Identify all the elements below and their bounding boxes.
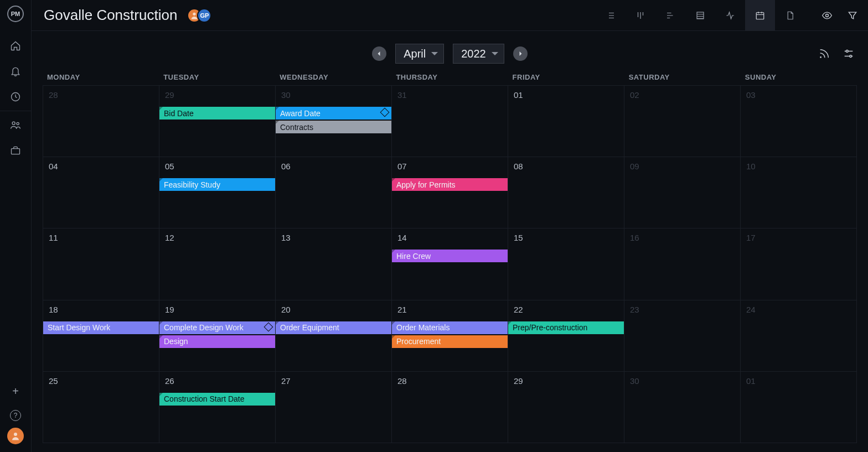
event-label: Apply for Permits: [396, 180, 456, 189]
calendar-cell[interactable]: 25: [43, 372, 159, 443]
avatar-stack[interactable]: GP: [187, 8, 211, 23]
day-number: 12: [165, 233, 174, 242]
calendar-event[interactable]: Prep/Pre-construction: [508, 321, 624, 334]
calendar-cell[interactable]: 29Bid Date: [159, 86, 276, 157]
calendar-cell[interactable]: 21Order MaterialsProcurement: [392, 300, 508, 372]
calendar-cell[interactable]: 14Hire Crew: [392, 228, 508, 300]
calendar-cell[interactable]: 04: [43, 157, 159, 228]
filter-icon[interactable]: [847, 10, 858, 21]
calendar-cell[interactable]: 30: [624, 372, 741, 443]
calendar-cell[interactable]: 22Prep/Pre-construction: [508, 300, 624, 372]
calendar-cell[interactable]: 03: [741, 86, 857, 157]
calendar-cell[interactable]: 15: [508, 228, 624, 300]
calendar-event[interactable]: Construction Start Date: [159, 393, 275, 406]
list-view-tab[interactable]: [596, 0, 626, 31]
help-icon[interactable]: ?: [10, 410, 21, 421]
calendar-cell[interactable]: 11: [43, 228, 159, 300]
briefcase-icon[interactable]: [4, 138, 27, 163]
board-view-tab[interactable]: [626, 0, 655, 31]
calendar-cell[interactable]: 24: [741, 300, 857, 372]
day-number: 20: [281, 305, 291, 314]
svg-rect-6: [697, 12, 704, 19]
people-icon[interactable]: [4, 112, 27, 138]
bell-icon[interactable]: [4, 59, 27, 84]
day-number: 09: [630, 162, 639, 171]
day-header: FRIDAY: [508, 73, 624, 81]
calendar-event[interactable]: Contracts: [276, 121, 391, 133]
calendar-cell[interactable]: 18Start Design Work: [43, 300, 159, 372]
calendar-cell[interactable]: 01: [741, 372, 857, 443]
calendar-cell[interactable]: 16: [624, 228, 741, 300]
topbar: Govalle Construction GP: [32, 0, 868, 31]
prev-month-button[interactable]: [372, 46, 386, 61]
calendar-cell[interactable]: 20Order Equipment: [276, 300, 392, 372]
svg-point-8: [826, 14, 829, 17]
month-label: April: [404, 48, 426, 60]
files-view-tab[interactable]: [775, 0, 805, 31]
settings-sliders-icon[interactable]: [843, 48, 855, 60]
calendar-cell[interactable]: 27: [276, 372, 392, 443]
calendar-event[interactable]: Hire Crew: [392, 250, 508, 262]
day-number: 07: [397, 162, 407, 171]
calendar-cell[interactable]: 19Complete Design WorkDesign: [159, 300, 276, 372]
clock-icon[interactable]: [4, 84, 27, 110]
month-select[interactable]: April: [395, 44, 444, 64]
feed-icon[interactable]: [818, 48, 830, 60]
calendar-cell[interactable]: 26Construction Start Date: [159, 372, 276, 443]
calendar-cell[interactable]: 05Feasibility Study: [159, 157, 276, 228]
calendar-cell[interactable]: 01: [508, 86, 624, 157]
event-label: Hire Crew: [396, 252, 431, 261]
day-number: 14: [397, 233, 407, 242]
calendar-event[interactable]: Design: [159, 335, 275, 348]
day-header: SUNDAY: [741, 73, 857, 81]
day-number: 26: [165, 376, 174, 386]
calendar-cell[interactable]: 07Apply for Permits: [392, 157, 508, 228]
calendar-event[interactable]: Order Equipment: [276, 321, 391, 334]
calendar-event[interactable]: Bid Date: [159, 107, 275, 120]
calendar-cell[interactable]: 02: [624, 86, 741, 157]
avatar-2[interactable]: GP: [197, 8, 211, 23]
day-header: WEDNESDAY: [275, 73, 391, 81]
home-icon[interactable]: [4, 33, 27, 59]
calendar-event[interactable]: Procurement: [392, 335, 508, 348]
sheet-view-tab[interactable]: [685, 0, 715, 31]
calendar-cell[interactable]: 12: [159, 228, 276, 300]
left-sidebar: PM + ?: [0, 0, 32, 452]
year-select[interactable]: 2022: [453, 44, 504, 64]
calendar-cell[interactable]: 28: [43, 86, 159, 157]
calendar-cell[interactable]: 10: [741, 157, 857, 228]
day-number: 16: [630, 233, 639, 242]
user-avatar[interactable]: [7, 428, 24, 444]
gantt-view-tab[interactable]: [655, 0, 685, 31]
calendar-cell[interactable]: 29: [508, 372, 624, 443]
day-number: 18: [49, 305, 58, 314]
next-month-button[interactable]: [513, 46, 528, 61]
app-logo[interactable]: PM: [7, 6, 24, 22]
eye-icon[interactable]: [822, 10, 833, 21]
calendar-cell[interactable]: 06: [276, 157, 392, 228]
calendar-cell[interactable]: 13: [276, 228, 392, 300]
calendar-cell[interactable]: 17: [741, 228, 857, 300]
calendar-cell[interactable]: 31: [392, 86, 508, 157]
add-icon[interactable]: +: [12, 379, 19, 403]
calendar-view-tab[interactable]: [745, 0, 775, 31]
day-number: 01: [746, 376, 756, 386]
calendar-cell[interactable]: 23: [624, 300, 741, 372]
calendar-event[interactable]: Start Design Work: [43, 321, 159, 334]
day-number: 17: [746, 233, 756, 242]
calendar-cell[interactable]: 28: [392, 372, 508, 443]
day-number: 30: [630, 376, 639, 386]
day-number: 30: [281, 90, 291, 100]
calendar-event[interactable]: Award Date: [276, 107, 391, 120]
calendar-cell[interactable]: 08: [508, 157, 624, 228]
calendar-event[interactable]: Feasibility Study: [159, 178, 275, 191]
day-number: 03: [746, 90, 756, 100]
calendar-event[interactable]: Complete Design Work: [159, 321, 275, 334]
event-label: Start Design Work: [48, 323, 110, 332]
calendar-cell[interactable]: 30Award DateContracts: [276, 86, 392, 157]
calendar-cell[interactable]: 09: [624, 157, 741, 228]
calendar-event[interactable]: Apply for Permits: [392, 178, 508, 191]
event-label: Construction Start Date: [164, 394, 245, 403]
calendar-event[interactable]: Order Materials: [392, 321, 508, 334]
activity-view-tab[interactable]: [715, 0, 745, 31]
